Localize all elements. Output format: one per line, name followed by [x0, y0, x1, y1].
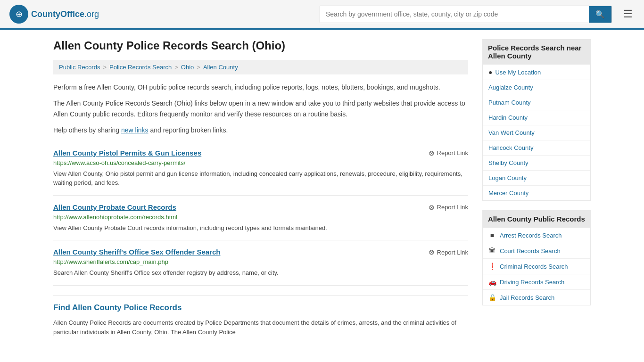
breadcrumb-ohio[interactable]: Ohio	[181, 64, 194, 71]
county-van-wert-link[interactable]: Van Wert County	[488, 129, 535, 136]
new-links[interactable]: new links	[121, 126, 149, 134]
court-records-item: 🏛 Court Records Search	[483, 243, 590, 259]
county-putnam-link[interactable]: Putnam County	[488, 99, 531, 106]
page-container: Allen County Police Records Search (Ohio…	[44, 30, 600, 347]
breadcrumb-public-records[interactable]: Public Records	[59, 64, 100, 71]
record-item: Allen County Probate Court Records ⊗ Rep…	[53, 196, 468, 241]
sidebar: Police Records Search near Allen County …	[482, 39, 591, 337]
county-van-wert: Van Wert County	[483, 125, 590, 140]
nearby-header: Police Records Search near Allen County	[482, 39, 591, 65]
criminal-records-item: ❗ Criminal Records Search	[483, 259, 590, 274]
report-link-btn[interactable]: ⊗ Report Link	[429, 203, 468, 212]
page-title: Allen County Police Records Search (Ohio…	[53, 39, 468, 52]
record-item: Allen County Sheriff's Office Sex Offend…	[53, 240, 468, 286]
county-shelby-link[interactable]: Shelby County	[488, 159, 528, 166]
breadcrumb-sep-3: >	[197, 64, 200, 71]
report-link-btn[interactable]: ⊗ Report Link	[429, 149, 468, 157]
county-hardin-link[interactable]: Hardin County	[488, 114, 528, 121]
site-header: ⊕ CountyOffice.org 🔍 ☰	[0, 0, 644, 30]
report-icon: ⊗	[429, 203, 435, 212]
breadcrumb: Public Records > Police Records Search >…	[53, 60, 468, 74]
report-link-label: Report Link	[437, 204, 468, 211]
county-logan: Logan County	[483, 171, 590, 186]
location-pin-icon: ●	[488, 68, 492, 76]
jail-records-item: 🔒 Jail Records Search	[483, 290, 590, 305]
record-title[interactable]: Allen County Probate Court Records	[53, 203, 176, 211]
county-auglaize: Auglaize County	[483, 80, 590, 95]
record-item-header: Allen County Pistol Permits & Gun Licens…	[53, 149, 468, 157]
county-mercer-link[interactable]: Mercer County	[488, 189, 528, 197]
search-bar: 🔍	[320, 6, 612, 23]
court-icon: 🏛	[488, 247, 496, 255]
intro-para-3-prefix: Help others by sharing	[53, 126, 121, 134]
use-my-location-item[interactable]: ● Use My Location	[483, 65, 590, 80]
records-list: Allen County Pistol Permits & Gun Licens…	[53, 141, 468, 286]
find-section: Find Allen County Police Records Allen C…	[53, 295, 468, 338]
county-logan-link[interactable]: Logan County	[488, 174, 527, 181]
record-url[interactable]: https://www.acso-oh.us/concealed-carry-p…	[53, 159, 468, 166]
intro-para-1: Perform a free Allen County, OH public p…	[53, 82, 468, 92]
driving-records-item: 🚗 Driving Records Search	[483, 274, 590, 290]
report-link-btn[interactable]: ⊗ Report Link	[429, 248, 468, 256]
record-description: View Allen County Probate Court records …	[53, 223, 468, 233]
jail-records-link[interactable]: Jail Records Search	[500, 294, 554, 301]
report-icon: ⊗	[429, 149, 435, 157]
county-auglaize-link[interactable]: Auglaize County	[488, 84, 533, 91]
breadcrumb-sep-1: >	[103, 64, 107, 71]
public-records-header: Allen County Public Records	[482, 210, 591, 228]
logo-icon: ⊕	[9, 5, 28, 24]
arrest-records-item: ■ Arrest Records Search	[483, 228, 590, 243]
find-title: Find Allen County Police Records	[53, 303, 468, 313]
hamburger-menu-button[interactable]: ☰	[621, 6, 635, 22]
record-item-header: Allen County Sheriff's Office Sex Offend…	[53, 248, 468, 256]
intro-para-3-suffix: and reporting broken links.	[149, 126, 228, 134]
record-title[interactable]: Allen County Pistol Permits & Gun Licens…	[53, 149, 201, 157]
record-description: Search Allen County Sheriff's Office sex…	[53, 268, 468, 278]
county-hardin: Hardin County	[483, 110, 590, 125]
driving-records-link[interactable]: Driving Records Search	[500, 279, 564, 286]
breadcrumb-police-records[interactable]: Police Records Search	[109, 64, 172, 71]
report-link-label: Report Link	[437, 249, 468, 256]
public-records-list: ■ Arrest Records Search 🏛 Court Records …	[482, 228, 591, 305]
county-putnam: Putnam County	[483, 95, 590, 110]
logo-text: CountyOffice.org	[31, 9, 99, 19]
report-link-label: Report Link	[437, 149, 468, 156]
record-item: Allen County Pistol Permits & Gun Licens…	[53, 141, 468, 196]
arrest-records-link[interactable]: Arrest Records Search	[500, 232, 562, 239]
county-hancock: Hancock County	[483, 140, 590, 156]
record-url[interactable]: http://www.sheriffalerts.com/cap_main.ph…	[53, 258, 468, 265]
report-icon: ⊗	[429, 248, 435, 256]
county-mercer: Mercer County	[483, 186, 590, 200]
logo-link[interactable]: ⊕ CountyOffice.org	[9, 5, 99, 24]
record-title[interactable]: Allen County Sheriff's Office Sex Offend…	[53, 248, 221, 256]
record-description: View Allen County, Ohio pistol permit an…	[53, 169, 468, 188]
search-input[interactable]	[320, 6, 589, 23]
arrest-icon: ■	[488, 231, 496, 239]
court-records-link[interactable]: Court Records Search	[500, 247, 561, 255]
criminal-records-link[interactable]: Criminal Records Search	[500, 263, 568, 270]
breadcrumb-allen-county[interactable]: Allen County	[203, 64, 238, 71]
intro-para-3: Help others by sharing new links and rep…	[53, 125, 468, 135]
search-button[interactable]: 🔍	[589, 6, 611, 23]
record-item-header: Allen County Probate Court Records ⊗ Rep…	[53, 203, 468, 212]
breadcrumb-sep-2: >	[174, 64, 178, 71]
county-shelby: Shelby County	[483, 156, 590, 171]
public-records-section: Allen County Public Records ■ Arrest Rec…	[482, 210, 591, 305]
intro-para-2: The Allen County Police Records Search (…	[53, 98, 468, 119]
main-content: Allen County Police Records Search (Ohio…	[53, 39, 468, 337]
county-hancock-link[interactable]: Hancock County	[488, 144, 533, 151]
nearby-list: ● Use My Location Auglaize County Putnam…	[482, 65, 591, 201]
find-description: Allen County Police Records are document…	[53, 318, 468, 338]
criminal-icon: ❗	[488, 263, 496, 270]
record-url[interactable]: http://www.allenohioprobate.com/records.…	[53, 214, 468, 221]
driving-icon: 🚗	[488, 278, 496, 286]
jail-icon: 🔒	[488, 294, 496, 301]
use-my-location-link[interactable]: Use My Location	[495, 69, 541, 76]
nearby-section: Police Records Search near Allen County …	[482, 39, 591, 201]
